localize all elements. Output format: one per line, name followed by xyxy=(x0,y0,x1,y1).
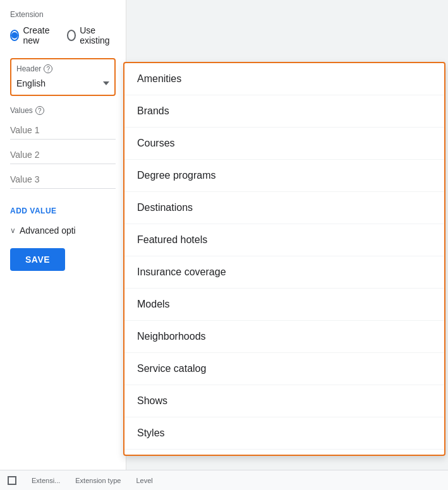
advanced-options-label: Advanced opti xyxy=(20,225,76,236)
dropdown-item[interactable]: Destinations xyxy=(124,192,444,224)
dropdown-item[interactable]: Insurance coverage xyxy=(124,256,444,289)
bottom-column3: Level xyxy=(136,477,152,484)
values-section: Values ? xyxy=(10,106,116,196)
use-existing-radio[interactable] xyxy=(67,30,76,41)
header-value: English xyxy=(16,78,45,88)
dropdown-item[interactable]: Brands xyxy=(124,95,444,128)
dropdown-item[interactable]: Service catalog xyxy=(124,353,444,385)
header-dropdown[interactable]: English xyxy=(16,77,109,90)
header-section: Header ? English xyxy=(10,58,116,96)
advanced-options-toggle[interactable]: ∨ Advanced opti xyxy=(10,225,116,236)
dropdown-item[interactable]: Styles xyxy=(124,417,444,450)
dropdown-item[interactable]: Models xyxy=(124,289,444,321)
dropdown-item[interactable]: Courses xyxy=(124,128,444,160)
extension-label: Extension xyxy=(10,10,116,19)
values-help-icon[interactable]: ? xyxy=(35,106,44,115)
dropdown-item[interactable]: Neighborhoods xyxy=(124,321,444,353)
add-value-button[interactable]: ADD VALUE xyxy=(10,206,116,215)
use-existing-label: Use existing xyxy=(80,25,116,45)
create-new-radio[interactable] xyxy=(10,30,19,41)
dropdown-overlay: AmenitiesBrandsCoursesDegree programsDes… xyxy=(123,62,445,456)
bottom-column2: Extension type xyxy=(75,477,121,484)
dropdown-item[interactable]: Shows xyxy=(124,385,444,417)
dropdown-item[interactable]: Featured hotels xyxy=(124,224,444,256)
chevron-down-icon xyxy=(103,81,109,85)
create-new-option[interactable]: Create new xyxy=(10,25,57,45)
value-1-input[interactable] xyxy=(10,122,116,140)
value-3-input[interactable] xyxy=(10,172,116,189)
dropdown-item[interactable]: Amenities xyxy=(124,63,444,95)
bottom-column1: Extensi... xyxy=(32,477,60,484)
dropdown-scroll[interactable]: AmenitiesBrandsCoursesDegree programsDes… xyxy=(124,63,444,455)
header-label-row: Header ? xyxy=(16,64,109,73)
header-help-icon[interactable]: ? xyxy=(44,64,52,73)
main-panel: Extension Create new Use existing Header… xyxy=(0,0,126,490)
radio-group: Create new Use existing xyxy=(10,25,116,45)
header-label: Header xyxy=(16,64,41,73)
value-2-input[interactable] xyxy=(10,147,116,164)
values-label: Values xyxy=(10,106,33,115)
bottom-checkbox[interactable] xyxy=(8,476,16,485)
bottom-bar: Extensi... Extension type Level xyxy=(0,470,448,490)
dropdown-item[interactable]: Degree programs xyxy=(124,160,444,192)
use-existing-option[interactable]: Use existing xyxy=(67,25,116,45)
dropdown-item[interactable]: Types xyxy=(124,450,444,455)
save-button[interactable]: SAVE xyxy=(10,248,65,271)
chevron-down-icon: ∨ xyxy=(10,226,16,235)
create-new-label: Create new xyxy=(23,25,56,45)
values-label-row: Values ? xyxy=(10,106,116,115)
